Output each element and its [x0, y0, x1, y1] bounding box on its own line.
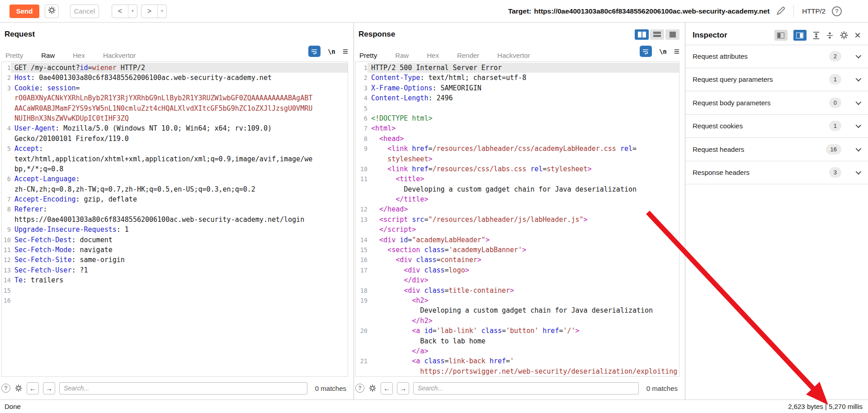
send-button[interactable]: Send — [9, 5, 39, 18]
editor-row: 11 <title> — [356, 174, 679, 184]
editor-row: 11Sec-Fetch-Mode: navigate — [2, 245, 348, 255]
history-forward-button[interactable]: > ▼ — [141, 5, 167, 18]
target-label: Target: — [508, 7, 531, 15]
inspector-section-request-cookies[interactable]: Request cookies1 — [685, 115, 868, 138]
show-newlines-toggle-icon[interactable]: \n — [328, 48, 335, 55]
response-search-input[interactable] — [413, 382, 639, 394]
inspector-section-label: Request headers — [693, 145, 744, 153]
send-options-button[interactable] — [45, 5, 59, 18]
inspector-section-request-headers[interactable]: Request headers16 — [685, 138, 868, 161]
line-number — [356, 184, 368, 194]
search-help-icon[interactable]: ? — [1, 384, 10, 393]
editor-row: 13Sec-Fetch-User: ?1 — [2, 265, 348, 275]
editor-row: 15 <section class='academyLabBanner'> — [356, 245, 679, 255]
inspector-section-label: Request body parameters — [693, 99, 771, 107]
show-newlines-toggle-icon[interactable]: \n — [659, 48, 667, 55]
inspector-section-request-query-parameters[interactable]: Request query parameters1 — [685, 68, 868, 92]
request-tabs: PrettyRawHexHackvertor \n ≡ — [0, 40, 354, 60]
inspector-section-request-attributes[interactable]: Request attributes2 — [685, 45, 868, 68]
response-search-matches: 0 matches — [646, 385, 678, 392]
line-number — [356, 194, 368, 204]
history-back-button[interactable]: < ▼ — [112, 5, 137, 18]
chevron-down-icon[interactable] — [856, 122, 862, 128]
search-next-button[interactable]: → — [397, 382, 409, 394]
search-previous-button[interactable]: ← — [381, 382, 393, 394]
line-number: 13 — [2, 265, 11, 275]
inspector-close-icon[interactable]: × — [854, 30, 861, 41]
editor-row: AACaWR0ABJMamF2YS9sYW5nL1N0cmluZzt4cHQAL… — [2, 103, 348, 113]
chevron-down-icon[interactable] — [856, 53, 862, 59]
forward-arrow-icon[interactable]: > — [142, 5, 157, 18]
line-number: 5 — [356, 103, 368, 113]
request-editor[interactable]: 1GET /my-account?id=wiener HTTP/22Host: … — [1, 61, 348, 377]
layout-rows-button[interactable] — [650, 29, 664, 40]
line-number: 15 — [2, 286, 11, 296]
cancel-button[interactable]: Cancel — [70, 5, 99, 18]
editor-row: 14 <div id="academyLabHeader"> — [356, 235, 679, 245]
line-number: 9 — [2, 225, 11, 235]
search-help-icon[interactable]: ? — [355, 384, 364, 393]
line-number — [2, 103, 11, 113]
count-badge: 3 — [829, 167, 841, 178]
inspector-dock-left-button[interactable] — [774, 30, 788, 41]
search-next-button[interactable]: → — [43, 382, 55, 394]
layout-toggle-group — [635, 29, 679, 40]
response-editor[interactable]: 1HTTP/2 500 Internal Server Error2Conten… — [355, 61, 679, 377]
word-wrap-toggle-icon[interactable] — [640, 46, 652, 57]
chevron-down-icon[interactable] — [856, 76, 862, 82]
collapse-all-icon[interactable] — [826, 32, 834, 39]
line-number: 1 — [356, 63, 368, 73]
edit-target-pencil-icon[interactable] — [776, 6, 785, 16]
line-number: 18 — [356, 286, 368, 296]
line-number: 3 — [356, 83, 368, 93]
inspector-dock-right-button[interactable] — [793, 30, 807, 41]
editor-row: 17 <div class=logo> — [356, 265, 679, 275]
editor-row: 9Upgrade-Insecure-Requests: 1 — [2, 225, 348, 235]
word-wrap-toggle-icon[interactable] — [308, 46, 321, 57]
line-number: 8 — [2, 204, 11, 214]
back-dropdown-caret-icon[interactable]: ▼ — [128, 5, 137, 18]
line-number: 21 — [356, 356, 368, 366]
line-number — [356, 346, 368, 356]
search-previous-button[interactable]: ← — [27, 382, 39, 394]
forward-dropdown-caret-icon[interactable]: ▼ — [157, 5, 166, 18]
inspector-section-response-headers[interactable]: Response headers3 — [685, 161, 868, 185]
line-number: 9 — [356, 144, 368, 154]
editor-menu-icon[interactable]: ≡ — [343, 47, 348, 56]
inspector-section-label: Response headers — [693, 169, 750, 176]
inspector-section-request-body-parameters[interactable]: Request body parameters0 — [685, 91, 868, 115]
request-search-input[interactable] — [59, 382, 307, 394]
line-number: 8 — [356, 134, 368, 144]
line-number — [2, 184, 11, 194]
editor-row: rO0ABXNyACNkYXRhLnByb2R1Y3RjYXRhbG9nLlBy… — [2, 93, 348, 103]
editor-row: 13 <script src="/resources/labheader/js/… — [356, 215, 679, 225]
line-number: 4 — [356, 93, 368, 103]
editor-row: 1GET /my-account?id=wiener HTTP/2 — [2, 63, 348, 73]
line-number: 2 — [356, 73, 368, 83]
inspector-settings-gear-icon[interactable] — [840, 31, 849, 40]
editor-row: 15 — [2, 286, 348, 296]
layout-single-button[interactable] — [665, 29, 679, 40]
back-arrow-icon[interactable]: < — [112, 5, 128, 18]
chevron-down-icon[interactable] — [856, 145, 862, 151]
editor-row: 2Host: 0ae4001303a80c6f83485562006100ac.… — [2, 73, 348, 83]
line-number — [356, 225, 368, 235]
line-number — [2, 164, 11, 174]
layout-columns-button[interactable] — [635, 29, 649, 40]
line-number: 13 — [356, 215, 368, 225]
line-number: 5 — [2, 144, 11, 154]
editor-row: </div> — [356, 275, 679, 285]
toolbar-divider — [793, 5, 794, 18]
search-settings-gear-icon[interactable] — [368, 384, 377, 392]
chevron-down-icon[interactable] — [856, 169, 862, 175]
line-number — [356, 336, 368, 346]
line-number: 6 — [356, 113, 368, 123]
chevron-down-icon[interactable] — [856, 99, 862, 105]
line-number: 11 — [356, 174, 368, 184]
help-icon[interactable]: ? — [832, 6, 842, 16]
line-number: 19 — [356, 296, 368, 305]
editor-menu-icon[interactable]: ≡ — [674, 47, 679, 56]
search-settings-gear-icon[interactable] — [14, 384, 23, 392]
line-number — [356, 366, 368, 376]
expand-all-icon[interactable] — [812, 32, 820, 39]
